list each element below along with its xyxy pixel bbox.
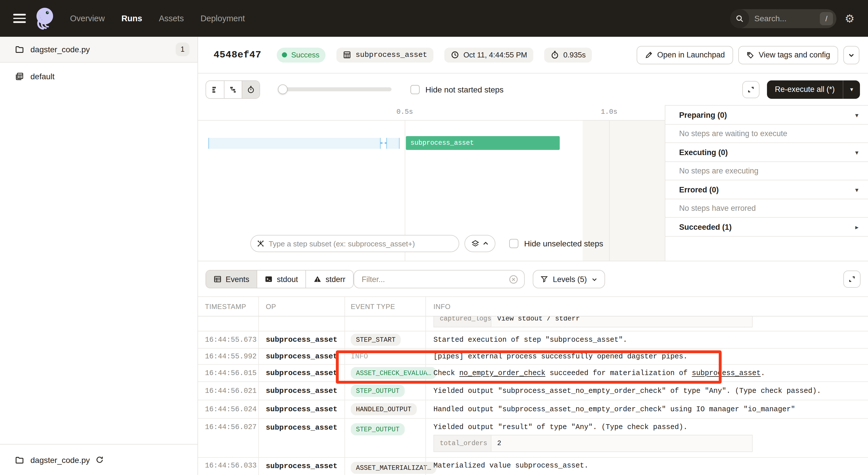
main-content: 4548ef47 Success subprocess_asset Oct 11… bbox=[198, 37, 868, 475]
log-timestamp: 16:44:56.033 bbox=[198, 458, 258, 475]
expand-icon bbox=[848, 275, 856, 283]
gantt-step-bar[interactable]: subprocess_asset bbox=[406, 136, 560, 150]
axis-tick: 1.0s bbox=[601, 108, 617, 116]
reexecute-all-button[interactable]: Re-execute all (*) bbox=[767, 80, 843, 98]
hamburger-menu-icon[interactable] bbox=[13, 14, 26, 23]
axis-tick: 0.5s bbox=[396, 108, 413, 116]
log-event-type: STEP_OUTPUT bbox=[344, 419, 425, 457]
gantt-zoom-slider[interactable] bbox=[278, 84, 392, 94]
view-mode-switcher bbox=[206, 80, 260, 98]
log-filter-input[interactable] bbox=[362, 275, 508, 284]
top-nav: Overview Runs Assets Deployment Search..… bbox=[0, 0, 868, 37]
log-info: Yielded output "subprocess_asset_no_empt… bbox=[425, 382, 868, 400]
run-datetime: Oct 11, 4:44:55 PM bbox=[444, 48, 533, 62]
log-event-type: ASSET_CHECK_EVALUA… bbox=[344, 365, 425, 381]
log-event-type: ASSET_MATERIALIZAT… bbox=[344, 458, 425, 475]
waterfall-view-icon bbox=[229, 85, 237, 93]
warning-icon bbox=[313, 275, 321, 283]
panel-empty-text: No steps have errored bbox=[665, 199, 868, 218]
log-info: Yielded output "result" of type "Any". (… bbox=[425, 419, 868, 457]
tab-stdout[interactable]: stdout bbox=[257, 270, 306, 288]
levels-dropdown[interactable]: Levels (5) bbox=[533, 270, 606, 288]
log-info: Handled output "subprocess_asset_no_empt… bbox=[425, 400, 868, 418]
nav-item-assets[interactable]: Assets bbox=[159, 14, 184, 23]
sidebar-repo-header[interactable]: dagster_code.py 1 bbox=[0, 37, 197, 63]
search-placeholder: Search... bbox=[754, 14, 820, 23]
expand-icon bbox=[747, 85, 755, 93]
log-row[interactable]: 16:44:56.024subprocess_assetHANDLED_OUTP… bbox=[198, 400, 868, 419]
panel-section-executing[interactable]: Executing (0) ▾ bbox=[665, 143, 868, 162]
table-icon bbox=[214, 275, 222, 283]
log-timestamp: 16:44:56.027 bbox=[198, 419, 258, 457]
view-mode-flat-button[interactable] bbox=[206, 81, 224, 98]
funnel-icon bbox=[540, 275, 548, 283]
log-row[interactable]: 16:44:56.033subprocess_assetASSET_MATERI… bbox=[198, 458, 868, 475]
dagster-logo-icon[interactable] bbox=[33, 6, 56, 31]
stopwatch-icon bbox=[551, 51, 559, 59]
log-op: subprocess_asset bbox=[258, 419, 344, 457]
clear-filter-icon[interactable] bbox=[508, 274, 518, 284]
hide-not-started-label: Hide not started steps bbox=[425, 85, 503, 94]
stopwatch-icon bbox=[247, 85, 255, 93]
open-in-launchpad-button[interactable]: Open in Launchpad bbox=[637, 46, 733, 64]
hide-not-started-checkbox[interactable] bbox=[410, 85, 420, 94]
run-header: 4548ef47 Success subprocess_asset Oct 11… bbox=[198, 37, 868, 73]
layers-icon bbox=[471, 239, 479, 247]
tab-events[interactable]: Events bbox=[206, 270, 257, 288]
log-op: subprocess_asset bbox=[258, 331, 344, 348]
view-mode-timed-button[interactable] bbox=[242, 81, 259, 98]
sidebar-item-default[interactable]: default bbox=[0, 67, 197, 86]
log-row[interactable]: 16:44:56.027subprocess_assetSTEP_OUTPUTY… bbox=[198, 419, 868, 458]
view-tags-config-button[interactable]: View tags and config bbox=[738, 46, 838, 64]
metadata-table: total_orders2 bbox=[433, 435, 753, 452]
panel-section-errored[interactable]: Errored (0) ▾ bbox=[665, 180, 868, 199]
metadata-value[interactable]: View stdout / stderr bbox=[491, 317, 586, 327]
log-link[interactable]: subprocess_asset bbox=[692, 369, 761, 377]
status-badge: Success bbox=[277, 48, 326, 62]
run-header-more-button[interactable] bbox=[843, 46, 859, 64]
panel-section-succeeded[interactable]: Succeeded (1) ▸ bbox=[665, 218, 868, 237]
log-info: Materialized value subprocess_asset. bbox=[425, 458, 868, 475]
panel-empty-text: No steps are waiting to execute bbox=[665, 125, 868, 143]
slider-track[interactable] bbox=[278, 87, 392, 91]
nav-item-runs[interactable]: Runs bbox=[121, 14, 143, 23]
sidebar-repo-label: dagster_code.py bbox=[30, 45, 90, 54]
step-status-panel: Preparing (0) ▾ No steps are waiting to … bbox=[665, 105, 868, 261]
run-id: 4548ef47 bbox=[214, 50, 261, 60]
nav-item-overview[interactable]: Overview bbox=[70, 14, 105, 23]
sidebar-item-label: default bbox=[30, 72, 55, 81]
reexecute-caret-button[interactable]: ▾ bbox=[843, 80, 860, 98]
log-op: subprocess_asset bbox=[258, 382, 344, 400]
clock-icon bbox=[451, 51, 459, 59]
sidebar-count-badge: 1 bbox=[176, 42, 189, 56]
hide-unselected-checkbox[interactable] bbox=[509, 239, 518, 248]
log-row[interactable]: 16:44:55.673subprocess_assetSTEP_STARTSt… bbox=[198, 331, 868, 349]
log-row[interactable]: captured_logsView stdout / stderr bbox=[198, 317, 868, 331]
nav-item-deployment[interactable]: Deployment bbox=[200, 14, 245, 23]
log-row[interactable]: 16:44:56.021subprocess_assetSTEP_OUTPUTY… bbox=[198, 382, 868, 400]
graph-query-toggle-button[interactable] bbox=[464, 235, 495, 252]
asset-tag[interactable]: subprocess_asset bbox=[337, 48, 434, 62]
reload-icon[interactable] bbox=[95, 455, 104, 464]
step-subset-input[interactable] bbox=[269, 239, 453, 248]
step-subset-inputwrap bbox=[250, 235, 459, 252]
log-row[interactable]: 16:44:55.992subprocess_assetINFO[pipes] … bbox=[198, 349, 868, 365]
gear-icon[interactable]: ⚙ bbox=[836, 12, 863, 25]
log-info: Started execution of step "subprocess_as… bbox=[425, 331, 868, 348]
tab-stderr[interactable]: stderr bbox=[305, 270, 353, 288]
col-timestamp: TIMESTAMP bbox=[198, 297, 258, 316]
events-toolbar: Events stdout stderr Levels (5) bbox=[198, 261, 868, 296]
caret-down-icon: ▾ bbox=[856, 186, 858, 193]
gantt-chart: subprocess_asset Hide unselected steps bbox=[198, 121, 665, 261]
logs-fullscreen-button[interactable] bbox=[843, 270, 861, 288]
slider-knob[interactable] bbox=[278, 84, 288, 94]
view-mode-waterfall-button[interactable] bbox=[224, 81, 242, 98]
gantt-fullscreen-button[interactable] bbox=[742, 81, 759, 98]
log-view-tabs: Events stdout stderr bbox=[206, 270, 353, 288]
panel-section-preparing[interactable]: Preparing (0) ▾ bbox=[665, 106, 868, 125]
caret-down-icon: ▾ bbox=[856, 149, 858, 155]
sidebar-footer: dagster_code.py bbox=[0, 444, 197, 475]
log-row[interactable]: 16:44:56.015subprocess_assetASSET_CHECK_… bbox=[198, 365, 868, 382]
global-search[interactable]: Search... / bbox=[730, 9, 836, 28]
log-link[interactable]: no_empty_order_check bbox=[459, 369, 546, 377]
